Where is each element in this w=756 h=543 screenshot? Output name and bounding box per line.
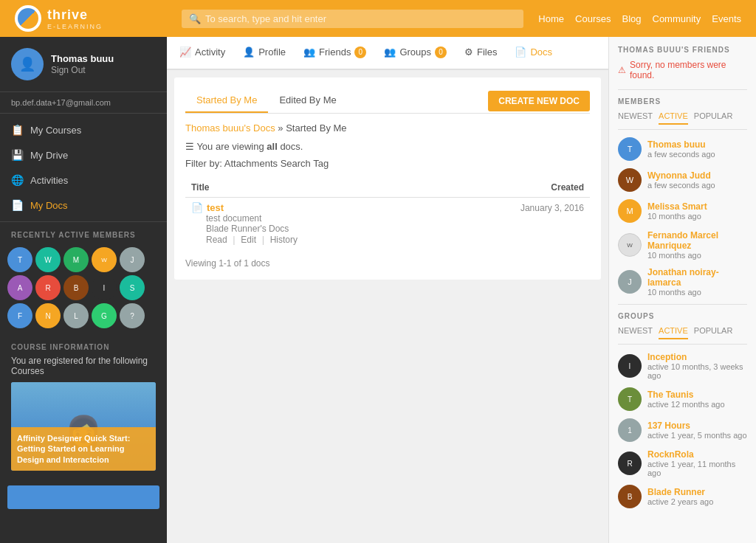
filter-search[interactable]: Search <box>281 158 311 169</box>
group-avatar-blade[interactable]: B <box>618 485 642 508</box>
course-thumbnail[interactable]: 👩 Affinity Designer Quick Start: Getting… <box>11 382 156 471</box>
member-avatar-6[interactable]: A <box>7 275 32 300</box>
sidebar-item-label: My Courses <box>30 125 81 136</box>
member-avatar-thomas[interactable]: T <box>618 137 642 161</box>
doc-meta: test document <box>191 213 427 224</box>
group-avatar-taunis[interactable]: T <box>618 387 642 411</box>
nav-docs[interactable]: 📄 Docs <box>513 37 554 69</box>
member-avatar-fernando[interactable]: W <box>618 233 642 257</box>
docs-nav-icon: 📄 <box>515 46 526 58</box>
enroll-button[interactable] <box>7 485 159 509</box>
tab-edited-by-me[interactable]: Edited By Me <box>268 89 347 113</box>
doc-content: Started By Me Edited By Me CREATE NEW DO… <box>174 77 601 280</box>
viewing-count: Viewing 1-1 of 1 docs <box>185 258 590 269</box>
nav-home[interactable]: Home <box>538 13 564 24</box>
nav-files-label: Files <box>477 46 497 58</box>
member-avatar-13[interactable]: L <box>63 303 89 328</box>
members-tab-popular[interactable]: POPULAR <box>694 111 733 125</box>
member-avatar-8[interactable]: B <box>63 275 89 300</box>
nav-blog[interactable]: Blog <box>622 13 641 24</box>
error-text: Sorry, no members were found. <box>630 60 747 80</box>
members-tab-newest[interactable]: NEWEST <box>618 111 653 125</box>
member-avatar-5[interactable]: J <box>120 247 145 272</box>
search-bar[interactable]: 🔍 <box>182 10 523 28</box>
member-avatar-10[interactable]: S <box>120 275 145 300</box>
group-avatar-inception[interactable]: I <box>618 354 642 378</box>
doc-read-link[interactable]: Read <box>206 235 227 245</box>
nav-activity[interactable]: 📈 Activity <box>178 37 227 69</box>
group-name-5[interactable]: Blade Runner <box>647 487 747 497</box>
group-name-2[interactable]: The Taunis <box>647 390 747 400</box>
member-name-4[interactable]: Fernando Marcel Manriquez <box>647 230 747 251</box>
drive-icon: 💾 <box>11 149 23 161</box>
doc-name[interactable]: test <box>207 202 224 213</box>
group-avatar-137[interactable]: 1 <box>618 418 642 442</box>
breadcrumb-link[interactable]: Thomas buuu's Docs <box>185 122 275 134</box>
member-avatar-3[interactable]: M <box>63 247 89 272</box>
doc-date: January 3, 2016 <box>520 203 584 213</box>
sign-out-link[interactable]: Sign Out <box>51 65 86 75</box>
group-time-2: active 12 months ago <box>647 400 747 409</box>
right-panel: THOMAS BUUU'S FRIENDS ⚠ Sorry, no member… <box>608 37 756 543</box>
group-item-5: B Blade Runner active 2 years ago <box>618 485 747 508</box>
sidebar-item-my-docs[interactable]: 📄 My Docs <box>0 193 167 218</box>
member-name-2[interactable]: Wynonna Judd <box>647 170 747 181</box>
logo-area: thrive E-LEARNING <box>15 5 182 32</box>
member-avatar-7[interactable]: R <box>35 275 61 300</box>
member-avatar-1[interactable]: T <box>7 247 32 272</box>
sidebar-item-my-courses[interactable]: 📋 My Courses <box>0 117 167 142</box>
member-item-3: M Melissa Smart 10 months ago <box>618 199 747 223</box>
nav-groups[interactable]: 👥 Groups 0 <box>382 37 448 69</box>
group-name-1[interactable]: Inception <box>647 352 747 362</box>
sidebar: 👤 Thomas buuu Sign Out bp.def.data+17@gm… <box>0 37 167 543</box>
member-avatar-12[interactable]: N <box>35 303 61 328</box>
doc-edit-link[interactable]: Edit <box>241 235 256 245</box>
sidebar-item-label: Activities <box>30 175 68 186</box>
nav-community[interactable]: Community <box>653 13 701 24</box>
nav-events[interactable]: Events <box>712 13 741 24</box>
member-avatar-wynonna[interactable]: W <box>618 168 642 192</box>
nav-profile[interactable]: 👤 Profile <box>241 37 287 69</box>
sidebar-item-my-drive[interactable]: 💾 My Drive <box>0 142 167 167</box>
member-avatar-melissa[interactable]: M <box>618 199 642 223</box>
groups-tab-active[interactable]: ACTIVE <box>659 326 688 339</box>
member-avatar-jonathan[interactable]: J <box>618 270 642 294</box>
member-avatar-15[interactable]: ? <box>120 303 145 328</box>
friends-error: ⚠ Sorry, no members were found. <box>618 60 747 80</box>
nav-courses[interactable]: Courses <box>575 13 611 24</box>
avatar: 👤 <box>11 48 44 80</box>
nav-friends[interactable]: 👥 Friends 0 <box>302 37 368 69</box>
main-layout: 👤 Thomas buuu Sign Out bp.def.data+17@gm… <box>0 37 756 543</box>
member-avatar-2[interactable]: W <box>35 247 61 272</box>
filter-attachments[interactable]: Attachments <box>224 158 278 169</box>
group-name-4[interactable]: RocknRola <box>647 449 747 460</box>
search-input[interactable] <box>205 13 516 24</box>
groups-tab-newest[interactable]: NEWEST <box>618 326 653 339</box>
member-name-1[interactable]: Thomas buuu <box>647 139 747 150</box>
create-new-doc-button[interactable]: CREATE NEW DOC <box>488 91 590 111</box>
col-created: Created <box>433 178 590 198</box>
group-time-4: active 1 year, 11 months ago <box>647 460 747 477</box>
groups-tab-popular[interactable]: POPULAR <box>694 326 733 339</box>
member-name-5[interactable]: Jonathan noiray-lamarca <box>647 267 747 288</box>
friends-title: THOMAS BUUU'S FRIENDS <box>618 46 747 54</box>
member-avatar-11[interactable]: F <box>7 303 32 328</box>
group-name-3[interactable]: 137 Hours <box>647 421 747 431</box>
docs-table: Title Created 📄 test test document Blade… <box>185 178 590 249</box>
members-tab-active[interactable]: ACTIVE <box>659 111 688 125</box>
tab-started-by-me[interactable]: Started By Me <box>185 89 268 113</box>
user-name: Thomas buuu <box>51 53 156 64</box>
nav-files[interactable]: ⚙ Files <box>463 37 498 69</box>
group-avatar-rocknrola[interactable]: R <box>618 452 642 475</box>
member-avatar-14[interactable]: G <box>92 303 117 328</box>
filter-tag[interactable]: Tag <box>313 158 329 169</box>
group-item-1: I Inception active 10 months, 3 weeks ag… <box>618 352 747 380</box>
doc-history-link[interactable]: History <box>270 235 298 245</box>
docs-icon: 📄 <box>11 199 23 211</box>
sidebar-item-activities[interactable]: 🌐 Activities <box>0 167 167 193</box>
course-info-title: COURSE INFORMATION <box>11 343 156 351</box>
member-name-3[interactable]: Melissa Smart <box>647 201 747 212</box>
profile-icon: 👤 <box>243 46 255 58</box>
member-avatar-9[interactable]: I <box>92 275 117 300</box>
member-avatar-4[interactable]: W <box>92 247 117 272</box>
